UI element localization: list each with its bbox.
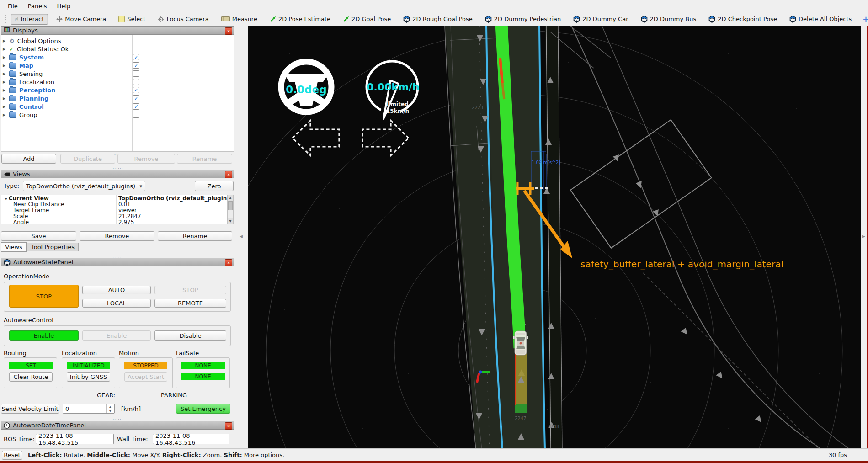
local-mode-button[interactable]: LOCAL	[82, 299, 151, 308]
add-tool-button[interactable]: +	[863, 15, 868, 24]
scroll-up-icon[interactable]: ▲	[228, 195, 233, 201]
enable-control-disabled-button[interactable]: Enable	[82, 330, 151, 341]
expand-icon[interactable]	[3, 47, 6, 51]
stop-mode-disabled-button[interactable]: STOP	[154, 286, 226, 294]
expand-icon[interactable]	[3, 39, 6, 43]
scroll-down-icon[interactable]: ▼	[228, 218, 233, 224]
tab-tool-properties[interactable]: Tool Properties	[27, 243, 79, 251]
checkbox-perception[interactable]	[133, 87, 139, 93]
reset-button[interactable]: Reset	[2, 451, 22, 460]
scrollbar-thumb[interactable]	[228, 201, 233, 210]
rough-goal-pose-tool-button[interactable]: 2D Rough Goal Pose	[399, 14, 477, 25]
goal-pose-tool-button[interactable]: 2D Goal Pose	[339, 14, 395, 24]
expand-icon[interactable]	[3, 55, 6, 59]
dummy-bus-tool-button[interactable]: 2D Dummy Bus	[637, 14, 701, 25]
tree-item-perception[interactable]: Perception	[3, 86, 55, 94]
tree-item-planning[interactable]: Planning	[3, 94, 48, 102]
view-type-dropdown[interactable]: TopDownOrtho (rviz_default_plugins)	[23, 181, 145, 191]
collapse-left-icon[interactable]: ◀	[240, 234, 243, 239]
close-icon[interactable]	[225, 422, 232, 430]
measure-tool-button[interactable]: Measure	[217, 14, 261, 24]
tree-item-localization[interactable]: Localization	[3, 78, 54, 86]
views-panel-title: Views	[13, 170, 30, 177]
displays-panel-header[interactable]: Displays	[1, 26, 234, 35]
view-type-label: Type:	[4, 182, 19, 189]
remove-view-button[interactable]: Remove	[80, 231, 154, 241]
move-camera-tool-button[interactable]: Move Camera	[52, 14, 110, 24]
dummy-car-tool-button[interactable]: 2D Dummy Car	[569, 14, 632, 25]
clear-route-button[interactable]: Clear Route	[9, 372, 53, 382]
disable-control-button[interactable]: Disable	[154, 330, 226, 341]
checkbox-localization[interactable]	[133, 79, 139, 85]
checkbox-map[interactable]	[133, 62, 139, 69]
datetime-panel-header[interactable]: AutowareDateTimePanel	[1, 421, 234, 430]
stop-mode-button[interactable]: STOP	[9, 285, 79, 308]
table-scrollbar[interactable]: ▲ ▼	[227, 195, 234, 224]
property-value[interactable]: 21.2847	[117, 213, 227, 219]
menu-file[interactable]: File	[3, 1, 23, 11]
accept-start-button[interactable]: Accept Start	[124, 372, 167, 382]
property-value[interactable]: viewer	[117, 208, 227, 213]
dummy-pedestrian-tool-button[interactable]: 2D Dummy Pedestrian	[481, 14, 565, 25]
expand-icon[interactable]	[3, 96, 6, 101]
tree-item-sensing[interactable]: Sensing	[3, 69, 43, 78]
tree-item-map[interactable]: Map	[3, 61, 33, 69]
autoware-state-panel-header[interactable]: AutowareStatePanel	[1, 258, 234, 266]
select-tool-button[interactable]: Select	[114, 14, 149, 24]
expand-icon[interactable]	[3, 64, 6, 68]
delete-all-objects-tool-button[interactable]: Delete All Objects	[785, 14, 856, 25]
remote-mode-button[interactable]: REMOTE	[154, 299, 226, 308]
focus-camera-tool-button[interactable]: Focus Camera	[154, 14, 213, 24]
duplicate-display-button[interactable]: Duplicate	[60, 154, 115, 164]
tool-label: 2D Checkpoint Pose	[718, 16, 777, 22]
auto-mode-button[interactable]: AUTO	[82, 286, 151, 294]
property-value[interactable]: 0.01	[117, 202, 227, 208]
add-display-button[interactable]: Add	[1, 154, 56, 164]
zero-button[interactable]: Zero	[195, 181, 234, 191]
ros-time-input[interactable]: 2023-11-08 16:48:43.515	[36, 434, 114, 444]
send-velocity-limit-button[interactable]: Send Velocity Limit	[1, 404, 59, 414]
expand-icon[interactable]	[3, 80, 6, 84]
tree-item-global-status[interactable]: Global Status: Ok	[3, 45, 69, 53]
checkpoint-pose-tool-button[interactable]: 2D Checkpoint Pose	[704, 14, 781, 25]
tree-item-system[interactable]: System	[3, 53, 44, 61]
set-emergency-button[interactable]: Set Emergency	[176, 404, 230, 414]
tree-item-control[interactable]: Control	[3, 102, 44, 111]
tree-column-divider	[132, 35, 133, 151]
expand-icon[interactable]	[3, 72, 6, 76]
toolbar-grip[interactable]	[5, 15, 6, 23]
close-icon[interactable]	[225, 259, 232, 266]
pose-estimate-tool-button[interactable]: 2D Pose Estimate	[266, 14, 335, 24]
checkbox-group[interactable]	[133, 112, 139, 118]
expand-icon[interactable]	[3, 105, 6, 109]
checkbox-sensing[interactable]	[133, 70, 139, 77]
checkbox-system[interactable]	[133, 54, 139, 60]
save-view-button[interactable]: Save	[1, 231, 76, 241]
close-icon[interactable]	[225, 171, 232, 178]
velocity-limit-input[interactable]: 0	[63, 404, 115, 414]
checkbox-control[interactable]	[133, 103, 139, 110]
viewport-canvas[interactable]: 1.02 m[s^2] safety_buffer_lateral + avoi…	[248, 26, 861, 449]
spin-up-icon[interactable]	[107, 404, 114, 409]
green-arrow-icon	[270, 16, 276, 22]
tab-views[interactable]: Views	[1, 242, 27, 252]
enable-control-button[interactable]: Enable	[9, 330, 79, 341]
expand-icon[interactable]	[3, 88, 6, 92]
rename-view-button[interactable]: Rename	[158, 231, 232, 241]
remove-display-button[interactable]: Remove	[117, 154, 175, 164]
menu-help[interactable]: Help	[52, 1, 76, 11]
tree-item-group[interactable]: Group	[3, 111, 37, 119]
init-by-gnss-button[interactable]: Init by GNSS	[67, 372, 110, 382]
checkbox-planning[interactable]	[133, 95, 139, 101]
wall-time-input[interactable]: 2023-11-08 16:48:43.516	[153, 434, 229, 444]
menu-panels[interactable]: Panels	[23, 1, 52, 11]
spin-down-icon[interactable]	[107, 409, 114, 413]
collapse-right-icon[interactable]: ▶	[862, 234, 865, 239]
expand-icon[interactable]	[3, 113, 6, 117]
tree-item-global-options[interactable]: Global Options	[3, 37, 61, 45]
rename-display-button[interactable]: Rename	[177, 154, 232, 164]
property-value[interactable]: 2.975	[117, 219, 227, 224]
views-panel-header[interactable]: Views	[1, 170, 234, 178]
interact-tool-button[interactable]: Interact	[11, 14, 48, 25]
close-icon[interactable]	[225, 27, 232, 35]
